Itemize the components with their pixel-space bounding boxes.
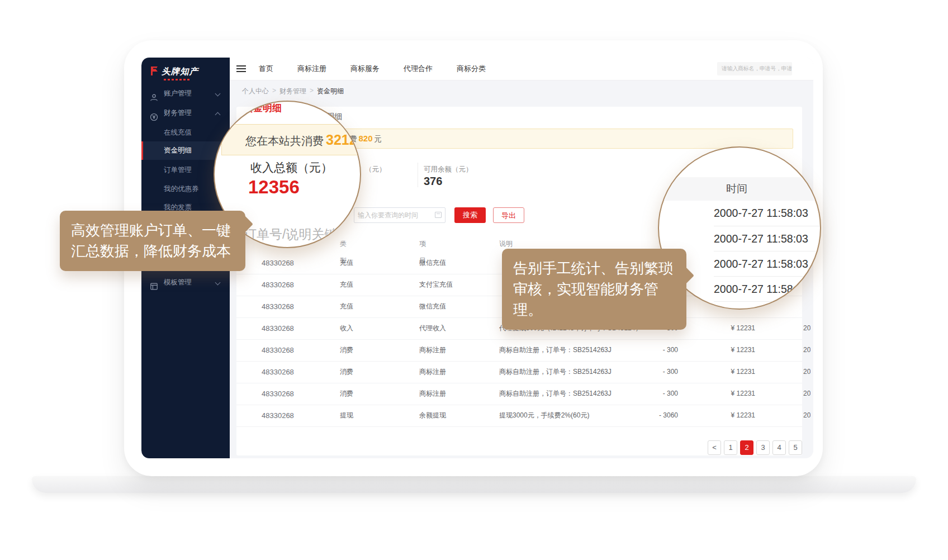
cell-project: 微信充值 — [419, 252, 486, 274]
banner-unit: 元 — [375, 135, 382, 143]
cell-order: 48330268 — [262, 317, 323, 339]
cell-time-clipped: 2000-7-27 11:58:03 — [803, 339, 810, 361]
cell-project: 商标注册 — [419, 361, 486, 383]
export-button[interactable]: 导出 — [493, 207, 524, 223]
cell-type: 收入 — [340, 317, 390, 339]
stat-partial-label: （元） — [365, 165, 386, 174]
pagination-page-1[interactable]: 1 — [724, 440, 737, 455]
stat-divider — [418, 163, 418, 187]
magnified-income-value: 12356 — [248, 177, 300, 198]
cell-project: 代理收入 — [419, 317, 486, 339]
cell-balance: ¥ 12231 — [699, 361, 755, 383]
magnified-time-row: 2000-7-27 11:58:03 — [714, 251, 821, 277]
hamburger-icon[interactable] — [236, 65, 246, 72]
cell-order: 48330268 — [262, 274, 323, 296]
cell-amount: - 300 — [622, 361, 678, 383]
pagination: <12345 — [708, 440, 802, 455]
cell-type: 提现 — [340, 405, 390, 426]
caret-down-icon: ∨ — [421, 235, 425, 252]
sidebar-item-label: 资金明细 — [164, 141, 192, 160]
cell-balance: ¥ 12231 — [699, 317, 755, 339]
cell-project: 商标注册 — [419, 383, 486, 405]
laptop-base — [32, 476, 916, 493]
brand-flag-icon — [149, 65, 160, 79]
magnified-time-header-label: 时间 — [726, 177, 747, 201]
nav-item-1[interactable]: 首页 — [259, 64, 273, 74]
chevron-down-icon — [215, 280, 221, 286]
breadcrumb-item-3: 资金明细 — [317, 87, 344, 96]
cell-time-clipped: 2000-7-27 11:58:03 — [803, 383, 810, 405]
search-input[interactable]: 请输入商标名，申请号，申请人 — [717, 62, 792, 75]
cell-type: 消费 — [340, 383, 390, 405]
cell-order: 48330268 — [262, 339, 323, 361]
user-icon — [150, 89, 158, 98]
magnified-banner-prefix: 您在本站共消费 — [245, 135, 324, 147]
balance-label: 可用余额（元） — [424, 165, 473, 174]
sidebar-item-2[interactable]: 财务管理 — [141, 104, 230, 122]
pagination-prev[interactable]: < — [708, 440, 721, 455]
pagination-page-4[interactable]: 4 — [772, 440, 786, 455]
cell-project: 余额提现 — [419, 405, 486, 426]
cell-type: 充值 — [340, 296, 390, 317]
breadcrumb-separator: > — [310, 87, 314, 96]
cell-project: 微信充值 — [419, 296, 486, 317]
brand-name: 头牌知产 — [162, 66, 198, 78]
callout-left-text: 高效管理账户订单、一键汇总数据，降低财务成本 — [71, 222, 231, 259]
cell-amount: - 3060 — [622, 405, 678, 426]
nav-item-4[interactable]: 代理合作 — [404, 64, 433, 74]
sidebar-item-label: 在线充值 — [164, 124, 192, 142]
cell-balance: ¥ 12231 — [699, 339, 755, 361]
sidebar-item-label: 我的优惠券 — [164, 180, 199, 198]
cell-type: 消费 — [340, 361, 390, 383]
balance-value: 376 — [424, 175, 442, 188]
cell-type: 充值 — [340, 274, 390, 296]
cell-order: 48330268 — [262, 383, 323, 405]
cell-time-clipped: 2000-7-27 11:58:03 — [803, 405, 810, 426]
sidebar-item-8[interactable]: 模板管理 — [141, 273, 230, 292]
pagination-page-5[interactable]: 5 — [789, 440, 802, 455]
cell-amount: - 300 — [622, 383, 678, 405]
magnified-time-row: 2000-7-27 11:58:03 — [714, 201, 821, 226]
chevron-up-icon — [215, 112, 221, 118]
nav-item-2[interactable]: 商标注册 — [297, 64, 326, 74]
calendar-icon — [435, 212, 442, 218]
cell-balance: ¥ 12231 — [699, 405, 755, 426]
template-icon — [150, 278, 158, 287]
cell-amount: - 300 — [622, 339, 678, 361]
callout-right: 告别手工统计、告别繁琐审核，实现智能财务管理。 — [502, 249, 686, 330]
table-row: 48330268消费商标注册商标自助注册，订单号：SB2514263J- 300… — [236, 361, 802, 383]
sidebar-item-1[interactable]: 账户管理 — [141, 84, 230, 103]
search-button[interactable]: 搜索 — [454, 207, 486, 223]
cell-order: 48330268 — [262, 405, 323, 426]
cell-project: 支付宝充值 — [419, 274, 486, 296]
callout-left: 高效管理账户订单、一键汇总数据，降低财务成本 — [60, 211, 245, 271]
sidebar-item-3[interactable]: 在线充值 — [141, 124, 230, 142]
top-nav: 首页商标注册商标服务代理合作商标分类 — [259, 58, 486, 80]
cell-type: 消费 — [340, 339, 390, 361]
table-row: 48330268消费商标注册商标自助注册，订单号：SB2514263J- 300… — [236, 383, 802, 405]
chevron-down-icon — [215, 91, 221, 97]
sidebar-item-label: 财务管理 — [164, 104, 192, 122]
sidebar-item-label: 订单管理 — [164, 161, 192, 179]
cell-time-clipped: 2000-7-27 11:58:03 — [803, 317, 810, 339]
time-range-input[interactable]: 输入你要查询的时间 — [354, 207, 445, 223]
caret-down-icon: ∨ — [342, 235, 345, 252]
breadcrumb: 个人中心>财务管理>资金明细 — [242, 87, 344, 96]
table-row: 48330268消费商标注册商标自助注册，订单号：SB2514263J- 300… — [236, 339, 802, 362]
magnified-time-row: 2000-7-27 11:58:03 — [714, 226, 821, 251]
breadcrumb-separator: > — [272, 87, 276, 96]
breadcrumb-item-2[interactable]: 财务管理 — [279, 87, 306, 96]
nav-item-5[interactable]: 商标分类 — [457, 64, 486, 74]
page: 头牌知产 账户管理财务管理在线充值资金明细订单管理我的优惠券我的发票模板管理 首… — [0, 0, 948, 560]
time-input-placeholder: 输入你要查询的时间 — [358, 211, 418, 219]
nav-item-3[interactable]: 商标服务 — [350, 64, 380, 74]
pagination-page-2[interactable]: 2 — [740, 440, 753, 455]
cell-project: 商标注册 — [419, 339, 486, 361]
magnified-income-label: 收入总额（元） — [250, 160, 333, 175]
cell-order: 48330268 — [262, 361, 323, 383]
breadcrumb-item-1[interactable]: 个人中心 — [242, 87, 269, 96]
pagination-page-3[interactable]: 3 — [756, 440, 770, 455]
brand-logo[interactable]: 头牌知产 — [141, 62, 230, 87]
cell-order: 48330268 — [262, 252, 323, 274]
cell-time-clipped: 2000-7-27 11:58:03 — [803, 361, 810, 383]
